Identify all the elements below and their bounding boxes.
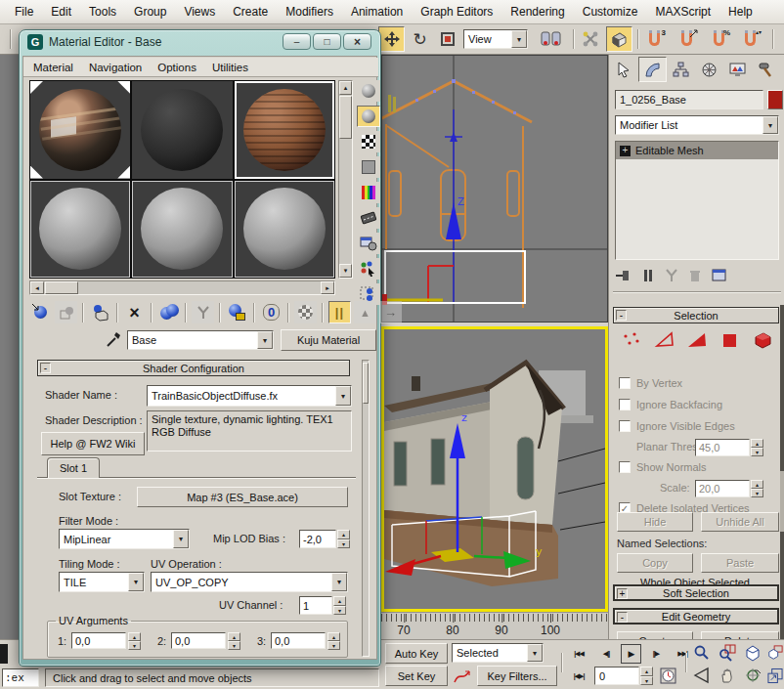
- menu-item-help[interactable]: Help: [719, 1, 762, 22]
- menu-item-modifiers[interactable]: Modifiers: [277, 1, 342, 22]
- face-icon[interactable]: [686, 330, 708, 350]
- menu-item-rendering[interactable]: Rendering: [501, 1, 573, 22]
- sample-slot[interactable]: [30, 81, 130, 179]
- set-key-filters-curve-button[interactable]: [451, 666, 473, 686]
- next-frame-button[interactable]: ||▶: [644, 644, 668, 664]
- percent-snap-button[interactable]: %: [706, 26, 732, 52]
- menu-item-maxscript[interactable]: MAXScript: [646, 1, 719, 22]
- sample-type-button[interactable]: [357, 80, 380, 102]
- params-scrollbar[interactable]: [362, 360, 370, 657]
- panel-scrollbar[interactable]: [780, 305, 784, 640]
- modifier-stack[interactable]: + Editable Mesh: [615, 141, 779, 260]
- time-configuration-button[interactable]: [657, 666, 678, 686]
- object-name-field[interactable]: 1_0256_Base: [615, 90, 763, 109]
- select-and-move-button[interactable]: [378, 26, 405, 52]
- expand-icon[interactable]: +: [617, 588, 628, 599]
- unhide-all-button[interactable]: Unhide All: [701, 512, 779, 532]
- uv-arg3-field[interactable]: 0,0: [271, 632, 326, 649]
- tab-slot-1[interactable]: Slot 1: [47, 457, 100, 478]
- uv-channel-field[interactable]: 1: [299, 596, 332, 615]
- mated-menu-item-material[interactable]: Material: [31, 60, 83, 75]
- sample-slot[interactable]: [235, 181, 334, 279]
- chevron-down-icon[interactable]: ▾: [331, 573, 347, 591]
- menu-item-edit[interactable]: Edit: [42, 1, 80, 22]
- menu-item-views[interactable]: Views: [175, 1, 224, 22]
- uv-arg1-field[interactable]: 0,0: [71, 632, 126, 649]
- stack-row-editable-mesh[interactable]: + Editable Mesh: [616, 142, 778, 159]
- tab-utilities[interactable]: [752, 57, 780, 82]
- filter-mode-combo[interactable]: MipLinear ▾: [59, 529, 190, 549]
- sample-slot[interactable]: [132, 181, 232, 279]
- hide-button[interactable]: Hide: [617, 512, 693, 532]
- slots-vertical-scrollbar[interactable]: ▴ ▾: [338, 80, 353, 279]
- sample-slot-selected[interactable]: [235, 81, 334, 179]
- scale-field[interactable]: 20,0: [695, 480, 750, 497]
- collapse-icon[interactable]: -: [617, 612, 628, 623]
- checkbox-show-normals[interactable]: ✓ Show Normals: [619, 461, 707, 473]
- maximize-button[interactable]: □: [313, 33, 341, 50]
- spinner-snap-button[interactable]: ▴▾: [737, 26, 763, 52]
- minimize-button[interactable]: –: [283, 33, 311, 50]
- previous-frame-button[interactable]: ◀||: [594, 644, 618, 664]
- chevron-down-icon[interactable]: ▾: [257, 331, 273, 349]
- element-icon[interactable]: [752, 330, 773, 350]
- scroll-right-icon[interactable]: ▸: [321, 281, 334, 294]
- checkbox-icon[interactable]: ✓: [619, 420, 631, 432]
- make-unique-button[interactable]: [192, 301, 214, 323]
- put-to-library-button[interactable]: [226, 301, 248, 323]
- checkbox-ignore-visible-edges[interactable]: ✓ Ignore Visible Edges: [619, 420, 735, 432]
- menu-item-create[interactable]: Create: [224, 1, 277, 22]
- maxscript-mini-listener[interactable]: :ex: [2, 668, 39, 687]
- params-scrollbar-thumb[interactable]: [363, 363, 369, 404]
- edge-icon[interactable]: [654, 330, 675, 350]
- planar-thresh-spinner[interactable]: ▴▾: [751, 439, 763, 456]
- make-unique-icon[interactable]: [664, 268, 679, 283]
- zoom-button[interactable]: [690, 642, 713, 664]
- mated-menu-item-options[interactable]: Options: [155, 60, 206, 75]
- get-material-button[interactable]: [29, 301, 52, 323]
- tab-display[interactable]: [723, 57, 752, 82]
- scale-spinner[interactable]: ▴▾: [751, 480, 763, 497]
- auto-key-button[interactable]: Auto Key: [385, 643, 448, 664]
- help-fw2-wiki-button[interactable]: Help @ FW2 Wiki: [41, 432, 145, 455]
- frame-spinner[interactable]: ▴▾: [640, 667, 653, 685]
- shader-name-combo[interactable]: TrainBasicObjectDiffuse.fx ▾: [147, 385, 352, 407]
- snaps-toggle-button[interactable]: [606, 26, 632, 52]
- select-and-rotate-button[interactable]: ↻: [407, 26, 433, 52]
- play-button[interactable]: ▶: [621, 644, 641, 664]
- pin-stack-icon[interactable]: [615, 268, 632, 283]
- chevron-down-icon[interactable]: ▾: [762, 116, 778, 134]
- checkbox-ignore-backfacing[interactable]: ✓ Ignore Backfacing: [619, 399, 722, 410]
- field-of-view-button[interactable]: [690, 665, 713, 686]
- material-type-button[interactable]: Kuju Material: [281, 329, 376, 351]
- collapse-icon[interactable]: -: [40, 363, 51, 373]
- slot-texture-button[interactable]: Map #3 (ES_Base.ace): [137, 487, 348, 507]
- menu-item-tools[interactable]: Tools: [80, 1, 125, 22]
- planar-thresh-field[interactable]: 45,0: [695, 439, 750, 456]
- pan-button[interactable]: [716, 665, 738, 686]
- menu-item-file[interactable]: File: [6, 1, 42, 22]
- reference-coordinate-combo[interactable]: View ▾: [463, 29, 528, 49]
- key-mode-toggle-button[interactable]: |◀▶|: [567, 667, 590, 686]
- uv-arg2-spinner[interactable]: ▴▾: [228, 632, 240, 649]
- modifier-list-combo[interactable]: Modifier List ▾: [615, 115, 779, 135]
- menu-item-graph-editors[interactable]: Graph Editors: [412, 1, 501, 22]
- paste-button[interactable]: Paste: [701, 553, 779, 573]
- mip-lod-bias-spinner[interactable]: ▴▾: [337, 530, 350, 548]
- options-button[interactable]: [357, 233, 380, 254]
- chevron-down-icon[interactable]: ▾: [335, 386, 351, 406]
- scrollbar-thumb[interactable]: [45, 281, 78, 294]
- sample-uv-tiling-button[interactable]: [357, 156, 380, 178]
- angle-snap-button[interactable]: [674, 26, 700, 52]
- go-to-start-button[interactable]: |◀◀: [567, 644, 590, 664]
- uv-operation-combo[interactable]: UV_OP_COPY ▾: [151, 572, 348, 592]
- zoom-extents-all-button[interactable]: [766, 642, 784, 664]
- tiling-mode-combo[interactable]: TILE ▾: [59, 572, 145, 592]
- chevron-down-icon[interactable]: ▾: [511, 30, 527, 48]
- select-and-manipulate-button[interactable]: [577, 26, 603, 52]
- video-color-check-button[interactable]: [357, 182, 380, 203]
- material-editor-window[interactable]: G Material Editor - Base – □ × MaterialN…: [19, 29, 381, 667]
- rollout-selection[interactable]: - Selection: [613, 307, 779, 323]
- rollout-shader-configuration[interactable]: - Shader Configuration: [37, 360, 350, 376]
- uv-arg3-spinner[interactable]: ▴▾: [327, 632, 340, 649]
